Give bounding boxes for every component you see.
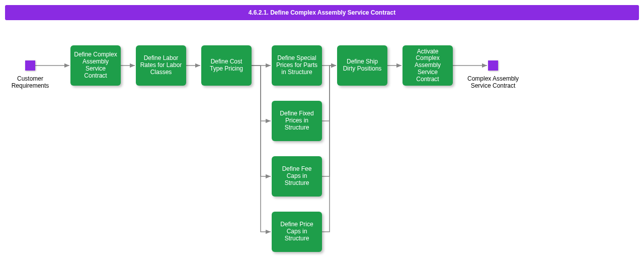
start-event: [25, 60, 35, 71]
node-label: Define Labor Rates for Labor Classes: [139, 55, 183, 76]
node-label: Define Special Prices for Parts in Struc…: [275, 55, 319, 76]
edge-n3-n4d: [252, 66, 271, 232]
node-define-ship-dirty-positions: Define Ship Dirty Positions: [337, 45, 387, 86]
node-label: Define Complex Assembly Service Contract: [73, 51, 118, 79]
node-label: Define Fee Caps in Structure: [275, 166, 319, 186]
arrows-layer: [0, 0, 644, 257]
node-define-fixed-prices: Define Fixed Prices in Structure: [272, 101, 322, 141]
edge-n3-n4b: [252, 66, 271, 121]
node-label: Activate Complex Assembly Service Contra…: [406, 48, 450, 83]
node-define-complex-assembly-contract: Define Complex Assembly Service Contract: [70, 45, 121, 86]
node-define-labor-rates: Define Labor Rates for Labor Classes: [136, 45, 186, 86]
end-event-label: Complex AssemblyService Contract: [465, 76, 521, 90]
edge-n4d-n5: [322, 66, 336, 232]
edge-n4b-n5: [322, 66, 336, 121]
node-define-cost-type-pricing: Define Cost Type Pricing: [201, 45, 252, 86]
node-label: Define Cost Type Pricing: [204, 58, 249, 73]
start-event-label: CustomerRequirements: [5, 76, 55, 90]
end-event: [488, 60, 498, 71]
node-define-special-prices-parts: Define Special Prices for Parts in Struc…: [272, 45, 322, 86]
node-label: Define Ship Dirty Positions: [340, 58, 384, 73]
node-label: Define Price Caps in Structure: [275, 221, 319, 242]
node-define-price-caps: Define Price Caps in Structure: [272, 212, 322, 252]
node-define-fee-caps: Define Fee Caps in Structure: [272, 156, 322, 197]
node-label: Define Fixed Prices in Structure: [275, 110, 319, 131]
node-activate-complex-assembly-contract: Activate Complex Assembly Service Contra…: [403, 45, 453, 86]
